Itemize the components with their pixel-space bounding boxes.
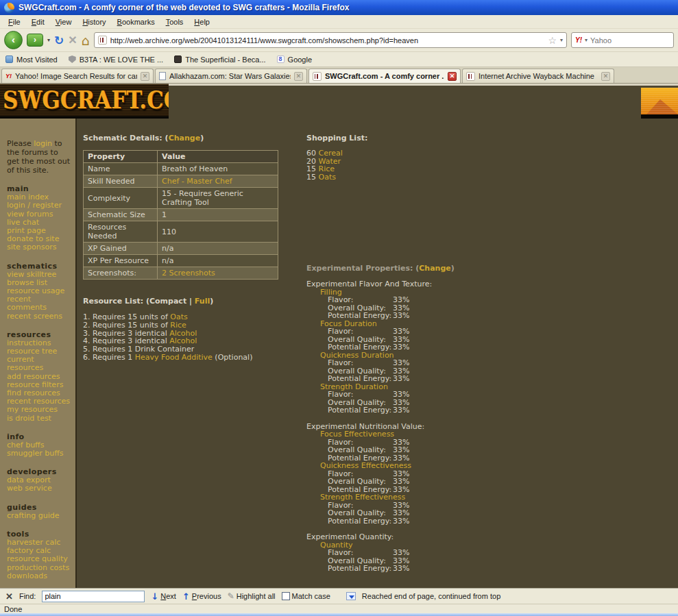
- resource-list: 1. Requires 15 units of Oats2. Requires …: [83, 313, 306, 362]
- tab-close-icon[interactable]: ✕: [141, 72, 149, 81]
- resource-list-heading: Resource List: (Compact | Full): [83, 297, 306, 306]
- bookmark-item[interactable]: B3TA : WE LOVE THE ...: [69, 56, 163, 64]
- find-close-icon[interactable]: ✕: [5, 591, 13, 602]
- tab[interactable]: Y!Yahoo! Image Search Results for carve.…: [1, 69, 154, 83]
- right-column: Shopping List: 60 Cereal20 Water15 Rice1…: [306, 119, 678, 588]
- superficial-icon: [174, 56, 182, 63]
- refresh-icon[interactable]: ↻: [54, 34, 64, 47]
- sidebar-item-view-skilltree[interactable]: view skilltree: [7, 271, 71, 279]
- experimental-section: Experimental Nutritional Value:Focus Eff…: [306, 423, 678, 526]
- sidebar-item-login-register[interactable]: login / register: [7, 201, 71, 210]
- shopping-list-item: 20 Water: [306, 158, 678, 166]
- find-next-button[interactable]: ↓ Next: [151, 591, 176, 602]
- page-favicon: [159, 72, 166, 80]
- sidebar: Please login to the forums to get the mo…: [0, 119, 77, 588]
- sidebar-item-crafting-guide[interactable]: crafting guide: [7, 512, 71, 520]
- value-link[interactable]: Chef - Master Chef: [162, 177, 232, 186]
- search-wrapped-icon: [346, 592, 356, 600]
- shopping-list-item: 60 Cereal: [306, 149, 678, 158]
- search-box[interactable]: Y! ▾: [571, 32, 674, 48]
- menu-tools[interactable]: Tools: [160, 16, 189, 27]
- sidebar-item-recent-screens[interactable]: recent screens: [7, 312, 71, 321]
- shield-icon: [69, 56, 76, 63]
- sidebar-item-site-sponsors[interactable]: site sponsors: [7, 243, 71, 251]
- highlighter-icon: ✎: [228, 591, 234, 601]
- value-cell: 2 Screenshots: [158, 267, 278, 280]
- left-column: Schematic Details: (Change) PropertyValu…: [83, 119, 306, 588]
- url-dropdown-icon[interactable]: ▾: [560, 37, 563, 43]
- url-input[interactable]: [110, 36, 545, 45]
- property-cell: Skill Needed: [84, 175, 158, 188]
- value-cell: n/a: [158, 255, 278, 267]
- find-input[interactable]: [42, 591, 145, 602]
- menu-edit[interactable]: Edit: [26, 16, 50, 27]
- sidebar-item-downloads[interactable]: downloads: [7, 572, 71, 580]
- shopping-item-link[interactable]: Oats: [319, 173, 336, 182]
- highlight-all-button[interactable]: ✎ Highlight all: [228, 591, 276, 601]
- experimental-section: Experimental Quantity:QuantityFlavor:33%…: [306, 533, 678, 573]
- sidebar-item-resource-quality[interactable]: resource quality: [7, 555, 71, 563]
- history-dropdown-icon[interactable]: ▾: [47, 37, 50, 43]
- shopping-list-heading: Shopping List:: [306, 134, 678, 143]
- experimental-change-link[interactable]: Change: [419, 264, 451, 273]
- up-arrow-icon: ↑: [182, 591, 190, 602]
- bookmark-item[interactable]: Most Visited: [5, 56, 58, 64]
- sidebar-item-production-costs[interactable]: production costs: [7, 564, 71, 572]
- status-text: Done: [4, 605, 22, 613]
- tab[interactable]: Internet Archive Wayback Machine✕: [462, 69, 614, 83]
- dune-graphic: [641, 88, 678, 114]
- url-bar[interactable]: ☆ ▾: [94, 32, 567, 48]
- bookmark-star-icon[interactable]: ☆: [548, 35, 557, 46]
- find-previous-button[interactable]: ↑ Previous: [182, 591, 221, 602]
- value-cell: n/a: [158, 243, 278, 255]
- search-engine-dropdown-icon[interactable]: ▾: [585, 37, 588, 43]
- bookmark-label: Google: [288, 56, 312, 64]
- compact-view-label[interactable]: Compact: [149, 297, 186, 306]
- match-case-checkbox[interactable]: [282, 592, 290, 600]
- menu-file[interactable]: File: [3, 16, 26, 27]
- match-case-toggle[interactable]: Match case: [282, 592, 330, 600]
- sidebar-item-current-resources[interactable]: current resources: [7, 356, 71, 372]
- tab-close-icon[interactable]: ✕: [448, 72, 457, 81]
- bookmark-item[interactable]: 8Google: [277, 56, 312, 64]
- menu-bookmarks[interactable]: Bookmarks: [112, 16, 160, 27]
- full-view-link[interactable]: Full: [195, 297, 210, 306]
- sidebar-item-is-droid-test[interactable]: is droid test: [7, 415, 71, 423]
- menu-view[interactable]: View: [50, 16, 77, 27]
- shopping-qty: 15: [306, 173, 319, 182]
- sidebar-item-view-forums[interactable]: view forums: [7, 210, 71, 219]
- back-button[interactable]: ‹: [4, 31, 23, 49]
- schematic-change-link[interactable]: Change: [169, 134, 201, 143]
- tab-close-icon[interactable]: ✕: [601, 72, 610, 81]
- sidebar-item-web-service[interactable]: web service: [7, 484, 71, 493]
- stop-icon[interactable]: ✕: [68, 34, 77, 47]
- property-value: 33%: [393, 406, 409, 415]
- resource-link[interactable]: Heavy Food Additive: [135, 353, 213, 362]
- tab[interactable]: Allakhazam.com: Star Wars Galaxies✕: [155, 69, 307, 83]
- table-row: Resources Needed110: [84, 221, 278, 243]
- sidebar-section-guides: guides: [7, 503, 71, 512]
- menu-bar: FileEditViewHistoryBookmarksToolsHelp: [0, 15, 678, 29]
- experimental-property-row: Potential Energy:33%: [306, 406, 678, 415]
- site-header: SWGCRAFT.COM: [0, 86, 678, 119]
- value-link[interactable]: 2 Screenshots: [162, 269, 215, 278]
- forward-button[interactable]: ›: [27, 34, 43, 47]
- sidebar-item-smuggler-buffs[interactable]: smuggler buffs: [7, 449, 71, 458]
- experimental-properties: Experimental Flavor And Texture:FillingF…: [306, 280, 678, 573]
- menu-help[interactable]: Help: [189, 16, 215, 27]
- home-icon[interactable]: ⌂: [82, 34, 90, 47]
- experimental-group-link[interactable]: Strength Effectiveness: [306, 493, 405, 502]
- resource-text: (Optional): [213, 353, 253, 362]
- bookmark-item[interactable]: The Superficial - Beca...: [174, 56, 265, 64]
- menu-history[interactable]: History: [77, 16, 111, 27]
- search-input[interactable]: [590, 36, 670, 45]
- tab-close-icon[interactable]: ✕: [294, 72, 303, 81]
- tab-label: Internet Archive Wayback Machine: [479, 72, 598, 80]
- sidebar-item-my-resources[interactable]: my resources: [7, 406, 71, 414]
- header-corner-graphic: [641, 88, 678, 119]
- sidebar-item-recent-comments[interactable]: recent comments: [7, 295, 71, 312]
- table-header-row: PropertyValue: [84, 151, 278, 163]
- tab[interactable]: SWGCraft.com - A comfy corner ...✕: [308, 69, 461, 83]
- value-cell: Chef - Master Chef: [158, 175, 278, 188]
- login-link[interactable]: login: [34, 139, 52, 148]
